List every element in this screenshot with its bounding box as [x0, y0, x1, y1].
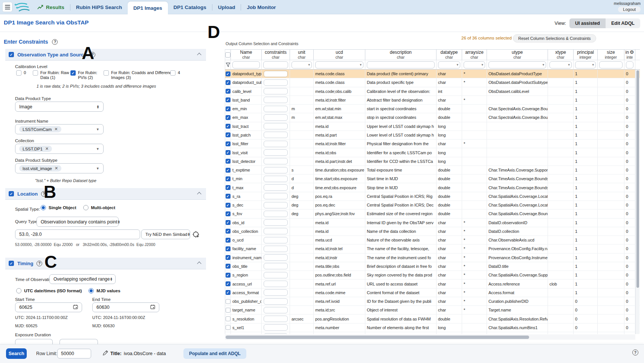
constraint-input[interactable]	[264, 324, 288, 331]
tab-results[interactable]: Results	[32, 0, 70, 14]
enter-constraints-help-icon[interactable]: ?	[52, 39, 58, 45]
table-row[interactable]: ✓t_maxdtime.end;obs.exposureStop time in…	[225, 183, 640, 192]
horizontal-scrollbar-thumb[interactable]	[226, 336, 529, 339]
gear-icon[interactable]: ⚙	[630, 50, 634, 55]
spatial-type-radio[interactable]	[41, 205, 46, 210]
row-checkbox[interactable]: ✓	[226, 194, 230, 199]
table-row[interactable]: ✓em_maxmem.wl;stat.maxstop in spectral c…	[225, 113, 640, 122]
row-checkbox[interactable]: ✓	[226, 141, 230, 146]
row-checkbox[interactable]	[226, 316, 230, 321]
row-checkbox[interactable]	[226, 325, 230, 330]
row-checkbox[interactable]: ✓	[226, 203, 230, 208]
constraint-input[interactable]	[264, 71, 288, 77]
chevron-up-icon[interactable]	[197, 261, 201, 266]
table-row[interactable]: ✓lsst_patchmeta.id.partLower level of LS…	[225, 131, 640, 140]
subtype-chip[interactable]: lsst.visit_image✕	[19, 165, 61, 172]
table-row[interactable]: ✓lsst_visitmeta.id;obsIdentifier for a s…	[225, 148, 640, 157]
table-row[interactable]: ✓dataproduct_subtypemeta.code.classData …	[225, 78, 640, 87]
row-checkbox[interactable]: ✓	[226, 106, 230, 111]
chevron-up-icon[interactable]	[197, 53, 201, 57]
row-checkbox[interactable]: ✓	[226, 150, 230, 155]
tab-rubin-hips-search[interactable]: Rubin HiPS Search	[70, 0, 128, 14]
end-time-input[interactable]: 60630	[92, 302, 159, 312]
table-row[interactable]: ✓calib_levelmeta.code;obs.calibCalibrati…	[225, 87, 640, 96]
filter-input-constraints[interactable]	[263, 61, 288, 68]
row-checkbox[interactable]: ✓	[226, 132, 230, 137]
instrument-name-multiselect[interactable]: LSSTComCam✕ ▼	[15, 124, 104, 134]
row-checkbox[interactable]: ✓	[226, 264, 230, 269]
filter-select-unit[interactable]: ▾	[291, 61, 312, 68]
row-checkbox[interactable]: ✓	[226, 255, 230, 260]
constraint-input[interactable]	[264, 272, 288, 278]
chip-close-icon[interactable]: ✕	[54, 127, 58, 132]
filter-input-name[interactable]	[232, 61, 260, 68]
table-row[interactable]: ✓dataproduct_typemeta.code.classData pro…	[225, 70, 640, 78]
constraint-input[interactable]	[264, 281, 288, 287]
constraint-input[interactable]	[264, 79, 288, 86]
query-type-select[interactable]: Observation boundary contains point ▲▼	[37, 217, 119, 227]
filter-select-ucd[interactable]: ▾	[315, 61, 363, 68]
table-row[interactable]: ✓s_fovdegphys.angSize;instr.fovEstimated…	[225, 210, 640, 218]
table-row[interactable]: ✓lsst_detectormeta.id.part;instr.detIden…	[225, 157, 640, 166]
instrument-chip[interactable]: LSSTComCam✕	[19, 126, 61, 132]
row-checkbox[interactable]: ✓	[226, 185, 230, 190]
populate-adql-button[interactable]: Populate and edit ADQL	[183, 348, 246, 359]
spatial-type-option[interactable]: Single Object	[41, 205, 76, 210]
constraint-input[interactable]	[264, 193, 288, 199]
calibration-checkbox[interactable]: ✓	[70, 70, 76, 76]
constraint-input[interactable]	[264, 132, 288, 138]
select-all-checkbox[interactable]	[225, 52, 230, 58]
row-checkbox[interactable]: ✓	[226, 211, 230, 216]
filter-select-utype[interactable]: ▾	[488, 61, 546, 68]
calibration-checkbox[interactable]	[16, 70, 21, 76]
constraint-input[interactable]	[264, 298, 288, 305]
table-row[interactable]: ✓o_ucdmeta.ucdNature of the observable a…	[225, 236, 640, 245]
vertical-scrollbar-thumb[interactable]	[636, 70, 639, 288]
table-row[interactable]: ✓lsst_filtermeta.id;instr.filterPhysical…	[225, 140, 640, 148]
constraint-input[interactable]	[264, 158, 288, 164]
table-row[interactable]: ✓s_radegpos.eq.raCentral Spatial Positio…	[225, 192, 640, 201]
table-row[interactable]: ✓obs_titlemeta.title;obsBrief descriptio…	[225, 262, 640, 271]
row-checkbox[interactable]: ✓	[226, 290, 230, 295]
time-format-radio[interactable]	[16, 288, 21, 293]
pencil-icon[interactable]	[102, 350, 108, 357]
constraint-input[interactable]	[264, 333, 288, 334]
constraint-input[interactable]	[264, 254, 288, 261]
calendar-icon[interactable]	[73, 304, 78, 310]
hamburger-menu-button[interactable]	[2, 2, 12, 12]
chip-close-icon[interactable]: ✕	[45, 146, 49, 151]
constraint-input[interactable]	[264, 141, 288, 147]
constraint-input[interactable]	[264, 176, 288, 182]
table-row[interactable]: ✓access_formatmeta.code.mimeContent form…	[225, 289, 640, 297]
row-checkbox[interactable]	[226, 299, 230, 304]
table-row[interactable]: s_xel1meta.numberNumber of elements alon…	[225, 324, 640, 332]
table-row[interactable]: ✓lsst_tractmeta.idUpper level of LSST co…	[225, 122, 640, 131]
start-time-input[interactable]: 60625	[15, 302, 82, 312]
section-location-header[interactable]: ✓ Location ?	[5, 188, 206, 200]
calibration-checkbox[interactable]	[104, 70, 109, 76]
table-row[interactable]: ✓instrument_namemeta.id;instrThe name of…	[225, 254, 640, 262]
section-observation-header[interactable]: ✓ Observation Type and Source ?	[5, 49, 206, 61]
table-row[interactable]: ✓s_regionpos.outline;obs.fieldSky region…	[225, 271, 640, 279]
funnel-icon[interactable]	[226, 62, 230, 67]
row-checkbox[interactable]: ✓	[226, 71, 230, 76]
section-timing-header[interactable]: ✓ Timing ?	[5, 258, 206, 269]
chevron-up-icon[interactable]	[197, 192, 201, 196]
row-checkbox[interactable]: ✓	[226, 115, 230, 120]
table-row[interactable]: ✓s_decdegpos.eq.decCentral Spatial Posit…	[225, 201, 640, 210]
table-row[interactable]: target_namemeta.id;srcObject of interest…	[225, 306, 640, 314]
data-product-type-select[interactable]: Image ▲▼	[15, 102, 104, 112]
help-icon[interactable]: ?	[632, 349, 638, 355]
collection-multiselect[interactable]: LSST.DP1✕ ▼	[15, 144, 104, 154]
reset-columns-button[interactable]: Reset Column Selections & Constraints	[513, 34, 596, 43]
constraint-input[interactable]	[264, 228, 288, 234]
calendar-icon[interactable]	[150, 304, 155, 310]
calibration-option[interactable]: 0	[16, 70, 26, 76]
row-checkbox[interactable]: ✓	[226, 89, 230, 94]
search-button[interactable]: Search	[6, 348, 27, 359]
section-timing-checkbox[interactable]: ✓	[9, 261, 14, 266]
collection-chip[interactable]: LSST.DP1✕	[19, 146, 52, 152]
constraint-input[interactable]	[264, 263, 288, 269]
table-row[interactable]: ✓t_exptimestime.duration;obs.exposureTot…	[225, 166, 640, 175]
row-checkbox[interactable]: ✓	[226, 176, 230, 181]
